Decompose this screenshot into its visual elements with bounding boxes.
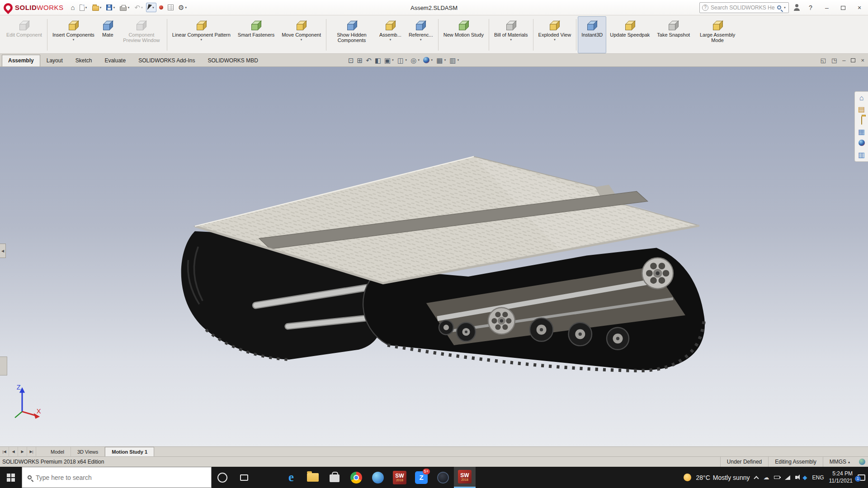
display-style-icon[interactable]: ◫▼: [397, 57, 407, 64]
taskbar-app-file-explorer[interactable]: [302, 467, 324, 488]
undo-button[interactable]: ↶▼: [132, 2, 145, 13]
rear-sprocket[interactable]: [642, 258, 673, 289]
ribbon-button-linear-component-pattern[interactable]: Linear Component Pattern ▼: [169, 16, 234, 53]
dropdown-arrow-icon[interactable]: ▼: [141, 6, 143, 9]
help-search-input[interactable]: [711, 5, 775, 11]
user-account-icon[interactable]: [793, 4, 800, 11]
ribbon-button-update-speedpak[interactable]: Update Speedpak: [606, 16, 653, 53]
dropdown-arrow-icon[interactable]: ▼: [392, 59, 394, 61]
network-signal-icon[interactable]: [785, 475, 790, 480]
hide-show-items-icon[interactable]: ◎▼: [410, 57, 420, 64]
units-selector[interactable]: MMGS ▴: [823, 457, 856, 467]
previous-view-icon[interactable]: ↶: [366, 57, 372, 64]
zoom-to-area-icon[interactable]: ⊞: [357, 57, 363, 64]
custom-properties-icon[interactable]: ▥: [858, 151, 865, 159]
taskbar-app-dark[interactable]: [432, 467, 454, 488]
panel-collapse-left-icon[interactable]: ◱: [821, 57, 826, 64]
tab-3d-views[interactable]: 3D Views: [71, 447, 105, 456]
tab-scroll-prev-button[interactable]: ◀: [9, 447, 18, 456]
dropdown-arrow-icon[interactable]: ▼: [72, 38, 75, 41]
dropdown-arrow-icon[interactable]: ▼: [389, 38, 392, 41]
tab-solidworks-mbd[interactable]: SOLIDWORKS MBD: [202, 55, 264, 66]
ribbon-button-take-snapshot[interactable]: Take Snapshot: [653, 16, 693, 53]
dropdown-arrow-icon[interactable]: ▼: [152, 6, 155, 9]
onedrive-cloud-icon[interactable]: ☁: [763, 474, 769, 480]
dropdown-arrow-icon[interactable]: ▼: [509, 38, 512, 41]
dropdown-arrow-icon[interactable]: ▼: [127, 6, 130, 9]
tab-scroll-first-button[interactable]: |◀: [0, 447, 9, 456]
search-icon[interactable]: [777, 5, 781, 9]
tab-motion-study-1[interactable]: Motion Study 1: [105, 447, 154, 456]
weather-sun-icon[interactable]: [684, 474, 691, 481]
taskbar-search-input[interactable]: [36, 474, 206, 481]
feature-tree-splitter[interactable]: [0, 357, 7, 375]
dropdown-arrow-icon[interactable]: ▼: [200, 38, 203, 41]
cortana-button[interactable]: [212, 467, 233, 488]
dropdown-arrow-icon[interactable]: ▼: [417, 59, 420, 61]
battery-icon[interactable]: [774, 476, 780, 479]
status-tag-icon[interactable]: [859, 459, 865, 465]
display-settings-button[interactable]: [166, 3, 175, 12]
taskbar-app-store[interactable]: [324, 467, 345, 488]
ribbon-button-mate[interactable]: Mate: [98, 16, 118, 53]
tab-layout[interactable]: Layout: [40, 55, 69, 66]
taskbar-app-solidworks-active[interactable]: SW 2018: [454, 467, 476, 488]
ribbon-button-large-assembly-mode[interactable]: Large Assembly Mode: [693, 16, 741, 53]
ribbon-button-assembly-features[interactable]: Assemb... ▼: [376, 16, 405, 53]
drive-sprocket[interactable]: [488, 308, 515, 334]
print-button[interactable]: ▼: [118, 2, 132, 13]
taskbar-app-browser[interactable]: [367, 467, 389, 488]
volume-icon[interactable]: [795, 476, 797, 479]
ribbon-button-reference-geometry[interactable]: Referenc... ▼: [405, 16, 437, 53]
dropdown-arrow-icon[interactable]: ▼: [99, 6, 102, 9]
taskbar-app-blue[interactable]: Z 5+: [410, 467, 432, 488]
ribbon-button-edit-component[interactable]: Edit Component: [3, 16, 46, 53]
tab-assembly[interactable]: Assembly: [2, 55, 40, 66]
dropdown-arrow-icon[interactable]: ▼: [420, 38, 422, 41]
feature-manager-collapse-tab[interactable]: ◀: [0, 244, 6, 258]
graphics-viewport[interactable]: Z X ◀ ⌂ ▤ ▦ ▥: [0, 67, 868, 446]
task-pane-home-icon[interactable]: ⌂: [859, 94, 864, 102]
save-button[interactable]: ▼: [104, 3, 117, 12]
close-button[interactable]: ×: [854, 4, 865, 11]
panel-collapse-right-icon[interactable]: ◳: [831, 57, 837, 64]
language-indicator[interactable]: ENG: [812, 474, 824, 481]
help-button[interactable]: ?: [805, 4, 816, 11]
dropdown-arrow-icon[interactable]: ▼: [85, 6, 88, 9]
appearances-icon[interactable]: [859, 140, 865, 147]
dropdown-arrow-icon[interactable]: ▼: [783, 6, 786, 9]
dropdown-arrow-icon[interactable]: ▼: [405, 59, 407, 61]
taskbar-app-chrome[interactable]: [345, 467, 367, 488]
tab-model[interactable]: Model: [44, 447, 71, 456]
home-button[interactable]: ⌂: [69, 2, 77, 13]
dropdown-arrow-icon[interactable]: ▼: [300, 38, 303, 41]
new-document-button[interactable]: ▼: [78, 3, 90, 13]
minimize-button[interactable]: –: [821, 4, 833, 11]
tab-scroll-next-button[interactable]: ▶: [18, 447, 27, 456]
dropdown-arrow-icon[interactable]: ▼: [443, 59, 446, 61]
tab-evaluate[interactable]: Evaluate: [98, 55, 132, 66]
taskbar-clock[interactable]: 5:24 PM 11/1/2021: [829, 470, 853, 484]
dropdown-arrow-icon[interactable]: ▼: [113, 6, 115, 9]
weather-widget[interactable]: 28°C Mostly sunny: [696, 474, 750, 481]
apply-scene-icon[interactable]: ▦▼: [436, 57, 446, 64]
start-button[interactable]: [0, 467, 22, 488]
dropdown-arrow-icon[interactable]: ▼: [430, 59, 433, 61]
ribbon-button-smart-fasteners[interactable]: Smart Fasteners: [234, 16, 278, 53]
design-library-icon[interactable]: ▤: [858, 106, 865, 113]
select-tool-button[interactable]: ▼: [146, 3, 156, 12]
ribbon-button-component-preview-window[interactable]: Component Preview Window: [118, 16, 165, 53]
ribbon-button-show-hidden-components[interactable]: Show Hidden Components: [328, 16, 376, 53]
dropdown-arrow-icon[interactable]: ▼: [184, 6, 187, 9]
ribbon-button-insert-components[interactable]: Insert Components ▼: [49, 16, 98, 53]
view-orientation-icon[interactable]: ▣▼: [384, 57, 394, 64]
edit-appearance-icon[interactable]: ▼: [423, 57, 433, 63]
tray-expand-chevron-icon[interactable]: [754, 476, 759, 481]
model-canvas[interactable]: Z X: [0, 67, 868, 446]
ribbon-button-move-component[interactable]: Move Component ▼: [278, 16, 325, 53]
taskbar-app-solidworks-2018[interactable]: SW 2018: [389, 467, 410, 488]
taskbar-search-box[interactable]: [22, 467, 212, 488]
ribbon-button-bill-of-materials[interactable]: Bill of Materials ▼: [491, 16, 532, 53]
ribbon-button-exploded-view[interactable]: Exploded View ▼: [535, 16, 575, 53]
view-palette-icon[interactable]: ▦: [858, 128, 865, 136]
